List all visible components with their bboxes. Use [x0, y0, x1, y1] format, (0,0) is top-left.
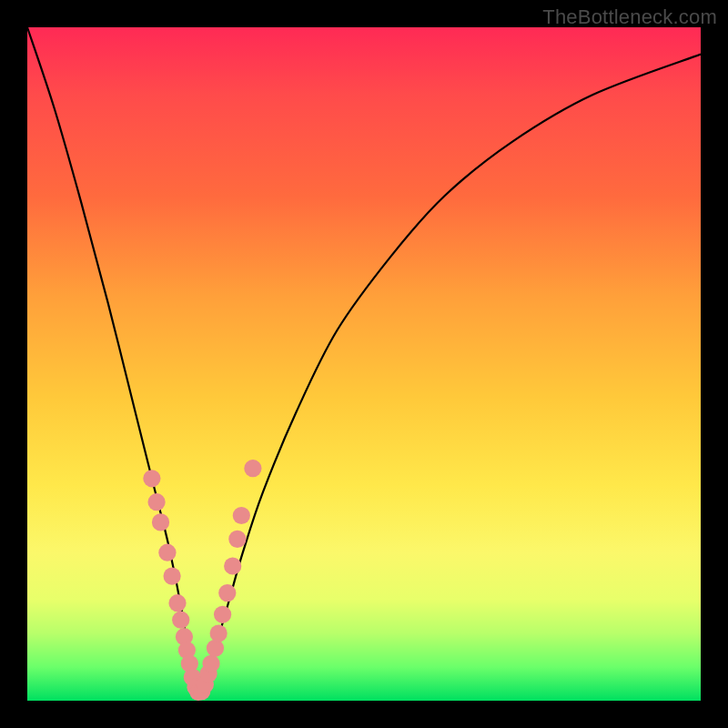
data-point	[163, 567, 180, 584]
data-point	[224, 557, 241, 574]
data-point	[143, 470, 160, 487]
chart-frame: TheBottleneck.com	[0, 0, 728, 728]
data-point	[172, 612, 189, 629]
chart-svg	[27, 27, 701, 701]
data-point	[228, 531, 246, 548]
marker-group	[143, 460, 261, 701]
data-point	[158, 544, 176, 561]
data-point	[152, 513, 169, 531]
data-point	[168, 594, 186, 612]
data-point	[244, 460, 261, 477]
data-point	[202, 655, 219, 672]
data-point	[147, 493, 165, 511]
data-point	[214, 606, 231, 623]
data-point	[207, 640, 224, 657]
bottleneck-curve-path	[27, 27, 701, 697]
plot-area	[27, 27, 701, 701]
data-point	[210, 624, 228, 642]
watermark-text: TheBottleneck.com	[542, 5, 717, 29]
data-point	[233, 507, 250, 524]
data-point	[218, 584, 236, 602]
